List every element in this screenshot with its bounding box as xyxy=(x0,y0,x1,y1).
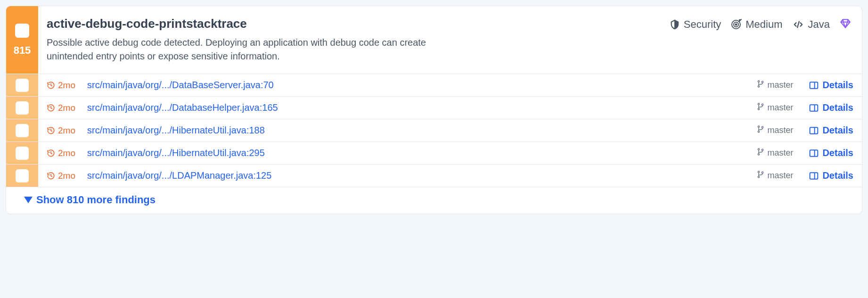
details-button[interactable]: Details xyxy=(809,102,853,113)
rule-header: 815 active-debug-code-printstacktrace Po… xyxy=(6,6,862,74)
header-content: active-debug-code-printstacktrace Possib… xyxy=(38,6,862,74)
svg-point-15 xyxy=(758,131,760,132)
finding-checkbox-col xyxy=(6,97,38,119)
finding-body: 2mo src/main/java/org/.../LDAPManager.ja… xyxy=(38,165,862,187)
show-more-button[interactable]: Show 810 more findings xyxy=(24,194,156,206)
code-icon xyxy=(792,19,804,30)
finding-path-link[interactable]: src/main/java/org/.../HibernateUtil.java… xyxy=(87,125,749,136)
category-label: Security xyxy=(684,18,721,31)
panel-icon xyxy=(809,81,819,90)
svg-point-25 xyxy=(758,176,760,178)
svg-rect-27 xyxy=(810,173,818,179)
branch-badge: master xyxy=(757,170,793,181)
finding-path-link[interactable]: src/main/java/org/.../DataBaseServer.jav… xyxy=(87,80,749,91)
finding-row: 2mo src/main/java/org/.../HibernateUtil.… xyxy=(6,119,862,141)
finding-path-link[interactable]: src/main/java/org/.../HibernateUtil.java… xyxy=(87,148,749,158)
finding-path-link[interactable]: src/main/java/org/.../LDAPManager.java:1… xyxy=(87,170,749,181)
finding-path-link[interactable]: src/main/java/org/.../DatabaseHelper.jav… xyxy=(87,102,749,113)
diamond-icon xyxy=(839,18,852,31)
finding-row: 2mo src/main/java/org/.../DataBaseServer… xyxy=(6,74,862,96)
category-badge: Security xyxy=(670,18,721,31)
finding-checkbox-col xyxy=(6,74,38,96)
history-icon xyxy=(47,81,55,90)
svg-point-16 xyxy=(762,126,763,128)
triangle-down-icon xyxy=(24,197,33,203)
finding-age: 2mo xyxy=(47,80,80,91)
branch-icon xyxy=(757,80,764,91)
rule-description: Possible active debug code detected. Dep… xyxy=(47,36,452,63)
svg-rect-17 xyxy=(810,127,818,133)
details-button[interactable]: Details xyxy=(809,125,853,136)
finding-row: 2mo src/main/java/org/.../LDAPManager.ja… xyxy=(6,164,862,187)
branch-badge: master xyxy=(757,148,793,158)
finding-checkbox[interactable] xyxy=(16,169,29,182)
svg-point-24 xyxy=(758,171,760,173)
branch-icon xyxy=(757,148,764,158)
svg-point-5 xyxy=(758,86,760,87)
svg-rect-7 xyxy=(810,82,818,88)
svg-rect-12 xyxy=(810,105,818,111)
finding-checkbox[interactable] xyxy=(16,101,29,115)
details-label: Details xyxy=(822,148,853,158)
finding-age: 2mo xyxy=(47,103,80,113)
svg-point-4 xyxy=(758,81,760,82)
finding-checkbox[interactable] xyxy=(16,79,29,92)
svg-point-9 xyxy=(758,103,760,105)
finding-checkbox[interactable] xyxy=(16,124,29,137)
branch-icon xyxy=(757,102,764,113)
branch-badge: master xyxy=(757,80,793,91)
finding-checkbox-col xyxy=(6,165,38,187)
svg-point-21 xyxy=(762,149,763,150)
language-label: Java xyxy=(808,18,830,31)
svg-point-11 xyxy=(762,104,763,105)
rule-title: active-debug-code-printstacktrace xyxy=(47,17,656,31)
svg-point-14 xyxy=(758,126,760,127)
details-button[interactable]: Details xyxy=(809,148,853,158)
finding-count: 815 xyxy=(14,44,31,57)
show-more-label: Show 810 more findings xyxy=(36,194,156,206)
svg-point-2 xyxy=(736,24,737,25)
history-icon xyxy=(47,126,55,135)
details-label: Details xyxy=(822,125,853,136)
panel-icon xyxy=(809,149,819,157)
panel-icon xyxy=(809,104,819,112)
svg-point-10 xyxy=(758,108,760,110)
rule-card: 815 active-debug-code-printstacktrace Po… xyxy=(6,6,862,214)
panel-icon xyxy=(809,126,819,135)
finding-body: 2mo src/main/java/org/.../HibernateUtil.… xyxy=(38,142,862,164)
age-label: 2mo xyxy=(58,171,75,181)
details-label: Details xyxy=(822,80,853,91)
branch-label: master xyxy=(767,103,793,113)
finding-body: 2mo src/main/java/org/.../HibernateUtil.… xyxy=(38,119,862,141)
svg-rect-22 xyxy=(810,150,818,156)
findings-list: 2mo src/main/java/org/.../DataBaseServer… xyxy=(6,74,862,187)
finding-checkbox-col xyxy=(6,119,38,141)
details-button[interactable]: Details xyxy=(809,80,853,91)
branch-label: master xyxy=(767,171,793,181)
finding-body: 2mo src/main/java/org/.../DataBaseServer… xyxy=(38,74,862,96)
branch-badge: master xyxy=(757,125,793,136)
finding-checkbox[interactable] xyxy=(16,147,29,160)
finding-checkbox-col xyxy=(6,142,38,164)
finding-row: 2mo src/main/java/org/.../DatabaseHelper… xyxy=(6,96,862,119)
age-label: 2mo xyxy=(58,148,75,158)
history-icon xyxy=(47,149,55,157)
language-badge: Java xyxy=(792,18,830,31)
details-label: Details xyxy=(822,170,853,181)
history-icon xyxy=(47,104,55,112)
finding-age: 2mo xyxy=(47,148,80,158)
finding-row: 2mo src/main/java/org/.../HibernateUtil.… xyxy=(6,141,862,164)
branch-label: master xyxy=(767,148,793,158)
age-label: 2mo xyxy=(58,103,75,113)
card-footer: Show 810 more findings xyxy=(6,187,862,214)
finding-age: 2mo xyxy=(47,125,80,136)
svg-line-3 xyxy=(797,22,799,28)
branch-label: master xyxy=(767,80,793,90)
severity-badge: Medium xyxy=(730,18,782,31)
age-label: 2mo xyxy=(58,125,75,136)
svg-point-26 xyxy=(762,172,763,173)
branch-icon xyxy=(757,170,764,181)
select-all-checkbox[interactable] xyxy=(15,24,29,38)
details-button[interactable]: Details xyxy=(809,170,853,181)
svg-point-20 xyxy=(758,154,760,155)
